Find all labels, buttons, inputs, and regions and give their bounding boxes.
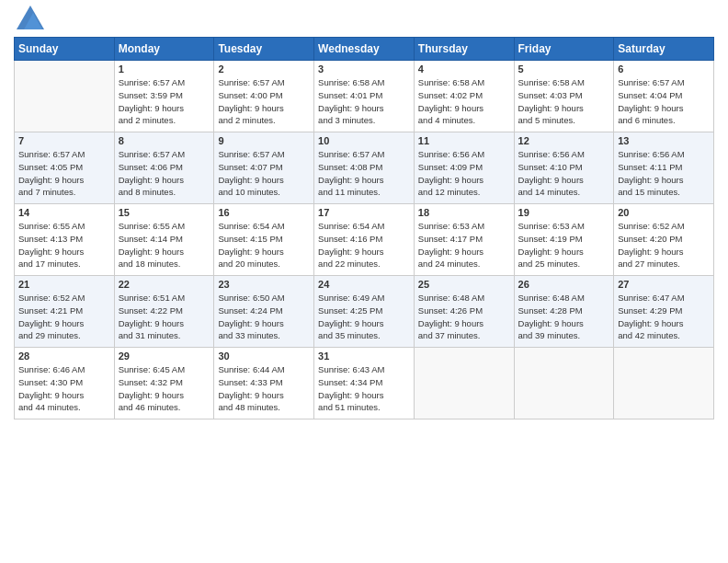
day-info: Sunrise: 6:57 AMSunset: 4:05 PMDaylight:… — [18, 148, 110, 199]
day-info: Sunrise: 6:55 AMSunset: 4:14 PMDaylight:… — [119, 220, 210, 270]
day-info: Sunrise: 6:53 AMSunset: 4:17 PMDaylight:… — [418, 220, 510, 270]
day-number: 30 — [218, 350, 310, 362]
day-number: 13 — [618, 135, 710, 146]
day-number: 24 — [318, 279, 410, 290]
info-line: and 31 minutes. — [119, 330, 181, 340]
info-line: and 51 minutes. — [318, 402, 381, 412]
info-line: Daylight: 9 hours — [618, 175, 683, 185]
logo — [14, 9, 44, 29]
day-number: 3 — [318, 63, 410, 75]
info-line: and 18 minutes. — [119, 259, 181, 269]
day-number: 17 — [318, 207, 410, 218]
info-line: Daylight: 9 hours — [618, 103, 683, 113]
day-number: 12 — [518, 135, 610, 146]
day-number: 25 — [418, 279, 510, 290]
header-tuesday: Tuesday — [214, 38, 314, 61]
day-number: 20 — [618, 207, 710, 218]
info-line: and 29 minutes. — [18, 330, 81, 340]
info-line: Daylight: 9 hours — [119, 390, 184, 400]
calendar-cell: 11Sunrise: 6:56 AMSunset: 4:09 PMDayligh… — [414, 132, 514, 204]
calendar-cell: 7Sunrise: 6:57 AMSunset: 4:05 PMDaylight… — [15, 132, 115, 204]
calendar-cell: 12Sunrise: 6:56 AMSunset: 4:10 PMDayligh… — [514, 132, 614, 204]
info-line: Sunrise: 6:58 AM — [418, 77, 484, 87]
info-line: Sunrise: 6:57 AM — [119, 77, 185, 87]
calendar-cell: 2Sunrise: 6:57 AMSunset: 4:00 PMDaylight… — [214, 61, 314, 132]
info-line: Sunset: 4:14 PM — [119, 234, 183, 244]
day-info: Sunrise: 6:54 AMSunset: 4:15 PMDaylight:… — [218, 220, 310, 270]
info-line: Daylight: 9 hours — [218, 318, 283, 328]
info-line: and 39 minutes. — [518, 330, 581, 340]
info-line: and 5 minutes. — [518, 115, 575, 125]
info-line: and 6 minutes. — [618, 115, 675, 125]
calendar-cell: 25Sunrise: 6:48 AMSunset: 4:26 PMDayligh… — [414, 276, 514, 348]
info-line: Sunset: 4:06 PM — [119, 162, 183, 172]
day-info: Sunrise: 6:44 AMSunset: 4:33 PMDaylight:… — [218, 363, 310, 414]
info-line: Sunrise: 6:46 AM — [18, 364, 85, 374]
day-info: Sunrise: 6:58 AMSunset: 4:02 PMDaylight:… — [418, 76, 510, 127]
day-info: Sunrise: 6:53 AMSunset: 4:19 PMDaylight:… — [518, 220, 610, 270]
day-number: 28 — [18, 350, 110, 362]
info-line: Daylight: 9 hours — [18, 318, 84, 328]
info-line: Sunset: 4:26 PM — [418, 305, 483, 316]
info-line: Daylight: 9 hours — [418, 247, 483, 257]
info-line: Sunrise: 6:57 AM — [218, 149, 284, 159]
info-line: and 27 minutes. — [618, 259, 680, 269]
info-line: and 37 minutes. — [418, 330, 481, 340]
info-line: Daylight: 9 hours — [518, 175, 584, 185]
calendar-cell: 29Sunrise: 6:45 AMSunset: 4:32 PMDayligh… — [114, 348, 214, 419]
calendar-cell — [15, 61, 115, 132]
info-line: and 15 minutes. — [618, 187, 680, 197]
info-line: Daylight: 9 hours — [318, 175, 383, 185]
info-line: and 17 minutes. — [18, 259, 81, 269]
day-info: Sunrise: 6:50 AMSunset: 4:24 PMDaylight:… — [218, 292, 310, 342]
info-line: Sunset: 4:22 PM — [119, 305, 183, 316]
day-info: Sunrise: 6:49 AMSunset: 4:25 PMDaylight:… — [318, 292, 410, 342]
day-info: Sunrise: 6:48 AMSunset: 4:26 PMDaylight:… — [418, 292, 510, 342]
calendar-header-row: SundayMondayTuesdayWednesdayThursdayFrid… — [15, 38, 714, 61]
info-line: Sunrise: 6:55 AM — [119, 221, 185, 231]
info-line: Sunset: 4:16 PM — [318, 234, 382, 244]
day-info: Sunrise: 6:52 AMSunset: 4:21 PMDaylight:… — [18, 292, 110, 342]
info-line: Sunrise: 6:48 AM — [418, 293, 484, 303]
info-line: Sunrise: 6:55 AM — [18, 221, 85, 231]
info-line: Sunset: 4:02 PM — [418, 90, 483, 100]
info-line: Sunrise: 6:44 AM — [218, 364, 284, 374]
day-number: 10 — [318, 135, 410, 146]
info-line: Sunrise: 6:43 AM — [318, 364, 384, 374]
info-line: Sunset: 4:24 PM — [218, 305, 282, 316]
calendar-cell: 24Sunrise: 6:49 AMSunset: 4:25 PMDayligh… — [314, 276, 415, 348]
info-line: Sunrise: 6:53 AM — [518, 221, 585, 231]
info-line: Daylight: 9 hours — [418, 103, 483, 113]
info-line: Sunrise: 6:56 AM — [518, 149, 585, 159]
day-number: 11 — [418, 135, 510, 146]
calendar-cell: 26Sunrise: 6:48 AMSunset: 4:28 PMDayligh… — [514, 276, 614, 348]
info-line: Sunset: 3:59 PM — [119, 90, 183, 100]
info-line: Daylight: 9 hours — [18, 175, 84, 185]
info-line: Daylight: 9 hours — [318, 390, 383, 400]
info-line: Sunrise: 6:57 AM — [618, 77, 684, 87]
info-line: Sunset: 4:04 PM — [618, 90, 682, 100]
day-number: 22 — [119, 279, 210, 290]
info-line: Sunset: 4:13 PM — [18, 234, 83, 244]
info-line: Daylight: 9 hours — [18, 247, 84, 257]
day-info: Sunrise: 6:56 AMSunset: 4:10 PMDaylight:… — [518, 148, 610, 199]
day-info: Sunrise: 6:58 AMSunset: 4:03 PMDaylight:… — [518, 76, 610, 127]
info-line: Sunset: 4:09 PM — [418, 162, 483, 172]
calendar-cell: 27Sunrise: 6:47 AMSunset: 4:29 PMDayligh… — [614, 276, 714, 348]
day-number: 7 — [18, 135, 110, 146]
info-line: Sunset: 4:08 PM — [318, 162, 382, 172]
info-line: and 3 minutes. — [318, 115, 375, 125]
day-info: Sunrise: 6:56 AMSunset: 4:09 PMDaylight:… — [418, 148, 510, 199]
info-line: and 2 minutes. — [119, 115, 176, 125]
info-line: and 24 minutes. — [418, 259, 481, 269]
calendar-cell: 14Sunrise: 6:55 AMSunset: 4:13 PMDayligh… — [15, 204, 115, 276]
calendar-table: SundayMondayTuesdayWednesdayThursdayFrid… — [14, 37, 714, 419]
day-number: 19 — [518, 207, 610, 218]
info-line: and 22 minutes. — [318, 259, 381, 269]
info-line: Sunset: 4:29 PM — [618, 305, 682, 316]
day-number: 6 — [618, 63, 710, 75]
info-line: and 11 minutes. — [318, 187, 381, 197]
week-row-4: 21Sunrise: 6:52 AMSunset: 4:21 PMDayligh… — [15, 276, 714, 348]
day-number: 9 — [218, 135, 310, 146]
day-info: Sunrise: 6:52 AMSunset: 4:20 PMDaylight:… — [618, 220, 710, 270]
